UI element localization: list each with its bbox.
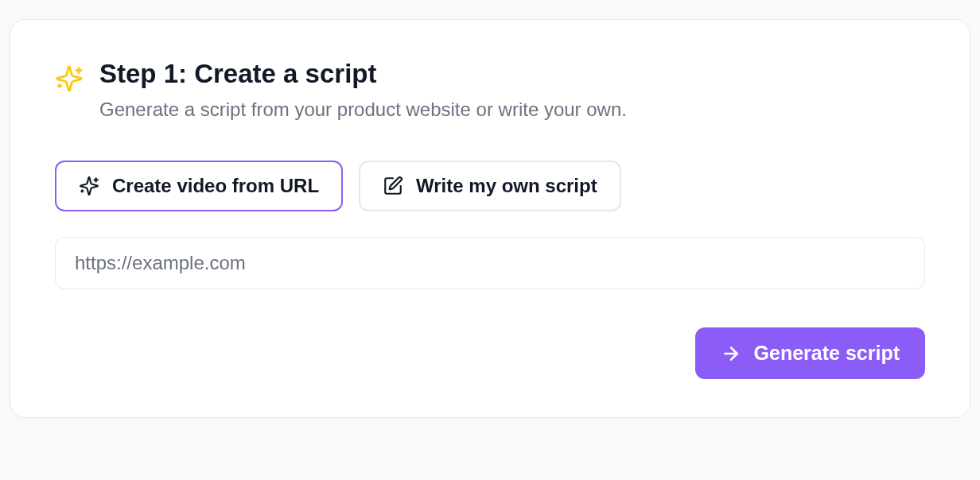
option-label: Create video from URL — [112, 175, 319, 197]
step-subtitle: Generate a script from your product webs… — [99, 96, 925, 123]
header-text: Step 1: Create a script Generate a scrip… — [99, 58, 925, 122]
step-title: Step 1: Create a script — [99, 58, 925, 90]
option-label: Write my own script — [416, 175, 597, 197]
arrow-right-icon — [721, 343, 741, 364]
sparkles-icon — [79, 176, 99, 196]
header-row: Step 1: Create a script Generate a scrip… — [55, 58, 925, 122]
url-input[interactable] — [55, 237, 925, 289]
generate-script-button[interactable]: Generate script — [695, 327, 925, 379]
action-row: Generate script — [55, 327, 925, 379]
edit-icon — [383, 176, 403, 196]
sparkles-icon — [55, 64, 84, 93]
option-write-own-script[interactable]: Write my own script — [359, 161, 621, 211]
option-row: Create video from URL Write my own scrip… — [55, 161, 925, 211]
option-create-from-url[interactable]: Create video from URL — [55, 161, 343, 211]
generate-button-label: Generate script — [754, 342, 900, 365]
step-card: Step 1: Create a script Generate a scrip… — [10, 19, 970, 418]
